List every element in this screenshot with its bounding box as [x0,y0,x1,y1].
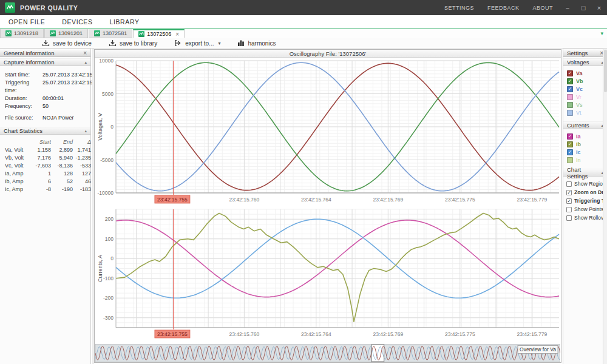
legend-item-ia[interactable]: ✓Ia [567,132,605,140]
menu-item-open-file[interactable]: OPEN FILE [0,18,53,25]
legend-item-vc[interactable]: ✓Vc [567,85,605,93]
legend-item-in[interactable]: In [567,156,605,164]
trigger-time-label: 23:42:15.755 [157,197,188,203]
stats-value: -183 [73,186,91,194]
checkbox[interactable] [566,207,572,212]
series-checkbox[interactable]: ✓ [567,78,573,84]
option-show-points[interactable]: Show Points [566,205,605,214]
overview-strip[interactable]: Overview for Va [95,344,560,362]
stats-header: Δ [73,138,91,146]
option-show-region[interactable]: Show Region [566,180,605,188]
legend-item-vb[interactable]: ✓Vb [567,77,605,85]
series-checkbox[interactable] [567,102,573,108]
chart-settings-header[interactable]: Chart Settings ▴ [563,169,607,177]
menu-item-devices[interactable]: DEVICES [53,18,101,25]
toolbar: save to devicesave to libraryexport to..… [0,38,607,49]
option-label: Show Points [574,206,603,212]
tab-overflow-caret-icon[interactable]: ▾ [600,29,607,38]
field-value: 50 [42,103,49,110]
checkbox[interactable]: ✓ [566,198,572,204]
toolbar-button-label: harmonics [248,40,276,47]
stats-value: 127 [73,170,91,178]
capture-field-row: File source:NOJA Power [5,114,87,122]
stats-row-label: Ia, Amp [5,170,32,178]
save-to-device-button[interactable]: save to device [33,38,100,48]
legend-item-ic[interactable]: ✓Ic [567,148,605,156]
toolbar-button-label: save to library [120,40,157,47]
legend-item-va[interactable]: ✓Va [567,69,605,77]
stats-value: -8 [32,186,51,194]
harmonics-button[interactable]: harmonics [229,38,284,48]
series-label: Vs [576,102,583,108]
currents-chart[interactable]: 2001000-100-200-300Currents, A23:42:15.7… [95,206,562,343]
option-show-rollover[interactable]: Show Rollover [566,214,605,222]
tab-13072581[interactable]: 13072581 [89,29,132,38]
stats-value: 2,899 [51,146,73,154]
series-checkbox[interactable]: ✓ [567,149,573,155]
currents-header[interactable]: Currents ▴ [563,121,607,129]
stats-header [5,138,32,146]
series-checkbox[interactable] [567,110,573,116]
stats-value: -8,136 [51,162,73,170]
legend-item-vs[interactable]: Vs [567,101,605,109]
stats-value: -190 [51,186,73,194]
y-tick-label: -300 [103,315,114,321]
titlebar-menu-about[interactable]: ABOUT [526,5,560,11]
tab-label: 13072506 [147,31,171,37]
export-to-button[interactable]: export to...▾ [166,38,229,48]
toolbar-button-label: export to... [185,40,214,47]
series-label: Vb [576,78,583,84]
checkbox[interactable]: ✓ [566,190,572,195]
x-tick-label: 23:42:15.764 [301,197,331,203]
stats-value: 1,741 [73,146,91,154]
capture-field-row: Duration:00:00:01 [5,95,87,103]
stats-value: -7,603 [32,162,51,170]
legend-item-vr[interactable]: Vr [567,93,605,101]
tab-13072506[interactable]: 13072506× [133,29,185,38]
series-label: Ib [576,141,581,147]
checkbox[interactable] [566,181,572,187]
save-to-library-button[interactable]: save to library [100,38,166,48]
scrollbar-thumb[interactable] [604,50,607,92]
series-checkbox[interactable]: ✓ [567,141,573,147]
y-tick-label: 5000 [102,91,114,97]
voltages-chart[interactable]: 1000050000-5000-10000Voltages, V23:42:15… [95,58,562,206]
maximize-button[interactable]: □ [575,4,591,12]
capture-field-row: Frequency:50 [5,103,87,110]
chevron-up-icon: ▴ [84,129,87,133]
trigger-time-label: 23:42:15.755 [157,331,188,337]
option-zoom-on-drag[interactable]: ✓Zoom on Drag [566,188,605,197]
series-checkbox[interactable]: ✓ [567,133,573,140]
close-button[interactable]: × [591,4,607,12]
field-label: Duration: [5,95,42,103]
x-tick-label: 23:42:15.775 [445,331,475,337]
menu-item-library[interactable]: LIBRARY [101,18,148,25]
series-checkbox[interactable]: ✓ [567,70,573,76]
series-label: In [576,157,581,163]
option-triggering-time[interactable]: ✓Triggering Time [566,197,605,205]
save-library-icon [109,39,117,47]
vertical-scrollbar[interactable] [603,49,607,364]
tab-13091218[interactable]: 13091218 [0,29,44,38]
chart-statistics-header[interactable]: Chart Statistics ▴ [0,127,90,135]
minimize-button[interactable]: − [560,4,575,12]
checkbox[interactable] [566,215,572,221]
tab-13091201[interactable]: 13091201 [44,29,88,38]
voltages-header[interactable]: Voltages ▴ [563,58,607,66]
legend-item-vt[interactable]: Vt [567,109,605,116]
titlebar-menu-feedback[interactable]: FEEDBACK [481,5,526,11]
legend-item-ib[interactable]: ✓Ib [567,140,605,148]
close-icon[interactable]: × [83,50,87,56]
series-checkbox[interactable]: ✓ [567,86,573,92]
series-checkbox[interactable] [567,157,573,163]
export-icon [174,39,182,47]
tab-close-icon[interactable]: × [175,31,179,38]
x-tick-label: 23:42:15.760 [229,331,260,337]
currents-legend: ✓Ia✓Ib✓IcIn [563,129,607,167]
waveform-icon [94,30,100,36]
y-tick-label: -200 [103,295,114,301]
titlebar-menu-settings[interactable]: SETTINGS [438,5,481,11]
currents-title: Currents [567,122,589,129]
capture-information-header[interactable]: Capture information ▴ [0,58,90,66]
series-checkbox[interactable] [567,94,573,100]
